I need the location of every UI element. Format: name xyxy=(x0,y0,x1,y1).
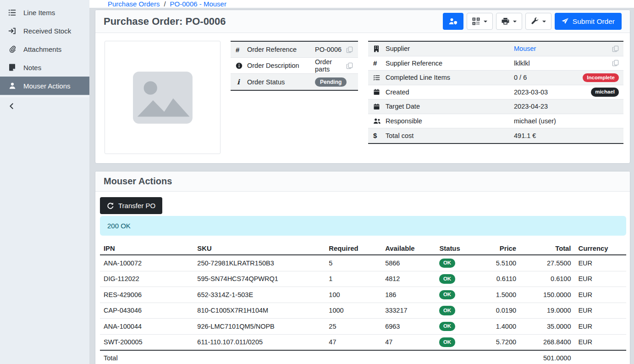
detail-value: PO-0006 xyxy=(315,46,346,53)
copy-icon[interactable] xyxy=(612,60,623,66)
cell-required: 1 xyxy=(325,271,381,287)
breadcrumb-link-current[interactable]: PO-0006 - Mouser xyxy=(170,0,226,8)
cell-available: 5866 xyxy=(381,255,436,271)
cell-required: 25 xyxy=(325,319,381,335)
table-header-row: IPN SKU Required Available Status Price … xyxy=(100,243,626,255)
user-roles-button[interactable] xyxy=(443,13,463,30)
purchase-order-panel-header: Purchase Order: PO-0006 xyxy=(95,10,630,33)
cell-price: 0.6110 xyxy=(477,271,520,287)
part-thumbnail-placeholder xyxy=(105,41,221,154)
status-badge: Pending xyxy=(315,77,347,87)
detail-row-order-description: Order Description Order parts xyxy=(231,58,358,74)
chevron-left-icon xyxy=(8,102,16,110)
order-details: # Order Reference PO-0006 Order Descri xyxy=(95,33,630,163)
cell-currency: EUR xyxy=(574,255,626,271)
detail-value: 491.1 € xyxy=(514,132,623,139)
cell-required: 5 xyxy=(325,255,381,271)
transfer-po-button[interactable]: Transfer PO xyxy=(100,197,162,214)
cell-ipn: SWT-200005 xyxy=(100,334,193,350)
detail-row-created: Created 2023-03-03 michael xyxy=(368,85,623,100)
cell-required: 47 xyxy=(325,334,381,350)
detail-label: Supplier Reference xyxy=(386,60,514,67)
cell-total: 150.0000 xyxy=(520,287,574,303)
submit-order-label: Submit Order xyxy=(573,17,615,26)
cell-status: OK xyxy=(436,287,477,303)
cell-ipn: RES-429006 xyxy=(100,287,193,303)
detail-value: Mouser xyxy=(514,45,612,52)
cell-total: 27.5500 xyxy=(520,255,574,271)
building-icon xyxy=(368,45,380,52)
col-total: Total xyxy=(520,243,574,255)
col-ipn: IPN xyxy=(100,243,193,255)
col-sku: SKU xyxy=(193,243,325,255)
sidebar: Line Items Received Stock Attachments No… xyxy=(0,0,89,364)
detail-label: Order Status xyxy=(247,78,315,86)
cell-price: 1.5000 xyxy=(477,287,520,303)
breadcrumb: Purchase Orders / PO-0006 - Mouser xyxy=(89,0,634,8)
sidebar-item-notes[interactable]: Notes xyxy=(0,58,89,77)
cell-price: 5.5100 xyxy=(477,255,520,271)
sidebar-item-received-stock[interactable]: Received Stock xyxy=(0,22,89,40)
detail-value: 2023-03-03 xyxy=(514,88,591,96)
main: Purchase Orders / PO-0006 - Mouser Purch… xyxy=(89,0,634,364)
sidebar-item-label: Line Items xyxy=(23,9,55,17)
detail-row-completed-line-items: Completed Line Items 0 / 6 Incomplete xyxy=(368,71,623,85)
barcode-actions-button[interactable] xyxy=(467,13,493,30)
cell-required: 100 xyxy=(325,287,381,303)
sidebar-item-mouser-actions[interactable]: Mouser Actions xyxy=(0,77,89,95)
cell-available: 47 xyxy=(381,334,436,350)
cell-ipn: ANA-100044 xyxy=(100,319,193,335)
col-currency: Currency xyxy=(574,243,626,255)
users-icon xyxy=(368,118,381,124)
supplier-info-table: Supplier Mouser # Supplier Reference lkl… xyxy=(368,41,623,144)
paperclip-icon xyxy=(8,45,17,53)
breadcrumb-link-purchase-orders[interactable]: Purchase Orders xyxy=(108,0,160,8)
cell-status: OK xyxy=(436,319,477,335)
ok-badge: OK xyxy=(439,306,455,315)
supplier-link[interactable]: Mouser xyxy=(514,45,536,52)
order-options-button[interactable] xyxy=(525,13,551,30)
sidebar-item-line-items[interactable]: Line Items xyxy=(0,3,89,22)
copy-icon[interactable] xyxy=(346,62,358,69)
detail-label: Supplier xyxy=(386,45,514,52)
copy-icon[interactable] xyxy=(346,46,358,53)
cell-status: OK xyxy=(436,255,477,271)
detail-row-supplier: Supplier Mouser xyxy=(368,42,623,56)
table-row: ANA-100072 250-72981KLRATR150B3 5 5866 O… xyxy=(100,255,626,271)
table-row: ANA-100044 926-LMC7101QM5/NOPB 25 6963 O… xyxy=(100,319,626,335)
total-label: Total xyxy=(100,350,193,364)
submit-order-button[interactable]: Submit Order xyxy=(555,13,622,30)
incomplete-badge: Incomplete xyxy=(583,73,619,83)
hash-icon: # xyxy=(368,59,377,67)
cell-required: 1000 xyxy=(325,303,381,319)
calendar-icon xyxy=(368,103,380,110)
detail-row-total-cost: $ Total cost 491.1 € xyxy=(368,128,623,143)
sidebar-collapse-button[interactable] xyxy=(0,96,89,115)
ok-badge: OK xyxy=(439,259,455,268)
purchase-order-panel: Purchase Order: PO-0006 xyxy=(95,10,630,164)
list-check-icon xyxy=(368,74,380,81)
info-icon: i xyxy=(231,78,240,86)
col-available: Available xyxy=(381,243,436,255)
cell-currency: EUR xyxy=(574,319,626,335)
col-price: Price xyxy=(477,243,520,255)
cell-available: 333217 xyxy=(381,303,436,319)
cell-currency: EUR xyxy=(574,303,626,319)
cell-status: OK xyxy=(436,271,477,287)
sidebar-item-label: Received Stock xyxy=(23,27,71,35)
mouser-actions-body: Transfer PO 200 OK IPN SKU Required xyxy=(95,192,630,364)
print-actions-button[interactable] xyxy=(496,13,522,30)
user-badge: michael xyxy=(591,88,619,97)
cell-total: 0.6100 xyxy=(520,271,574,287)
status-alert: 200 OK xyxy=(100,216,626,236)
info-circle-icon xyxy=(231,62,243,69)
detail-label: Created xyxy=(386,88,514,96)
detail-label: Order Reference xyxy=(247,46,315,53)
line-items-table: IPN SKU Required Available Status Price … xyxy=(100,243,626,364)
qrcode-icon xyxy=(472,17,480,25)
total-value: 501.0000 xyxy=(520,350,574,364)
copy-icon[interactable] xyxy=(612,45,623,52)
image-placeholder-icon xyxy=(131,70,194,126)
sidebar-item-attachments[interactable]: Attachments xyxy=(0,40,89,58)
detail-label: Total cost xyxy=(386,132,514,139)
